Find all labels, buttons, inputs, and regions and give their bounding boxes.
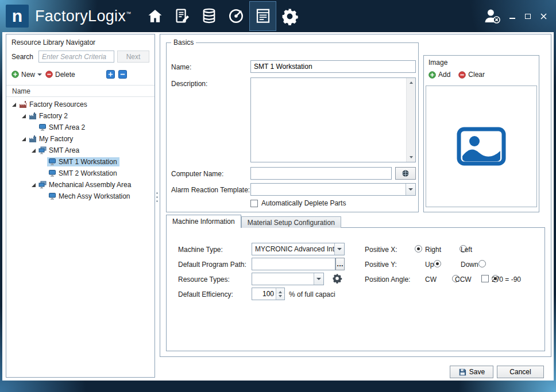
search-input[interactable] bbox=[38, 51, 114, 63]
machine-type-value: MYCRONIC Advanced Inte bbox=[255, 245, 338, 253]
image-clear-button[interactable]: Clear bbox=[458, 71, 485, 79]
positive-x-right-radio[interactable] bbox=[415, 245, 422, 253]
basics-group: Basics Name: Description: Computer Name: bbox=[166, 42, 419, 212]
image-add-label: Add bbox=[438, 71, 450, 79]
deplete-parts-checkbox[interactable]: Automatically Deplete Parts bbox=[250, 199, 346, 207]
dropdown-button[interactable] bbox=[406, 184, 415, 195]
spin-up-button[interactable] bbox=[276, 288, 284, 294]
delete-button[interactable]: Delete bbox=[45, 71, 75, 79]
tree-item-smt-2-workstation[interactable]: SMT 2 Workstation bbox=[6, 168, 154, 179]
delete-button-label: Delete bbox=[55, 71, 75, 79]
chevron-down-icon bbox=[408, 188, 413, 193]
new-button-label: New bbox=[21, 71, 35, 79]
home-icon[interactable] bbox=[141, 1, 168, 31]
angle-270-label: 270 = -90 bbox=[492, 275, 521, 284]
sidebar-title: Resource Library Navigator bbox=[11, 38, 95, 46]
cancel-button[interactable]: Cancel bbox=[497, 366, 544, 378]
splitter-handle[interactable] bbox=[156, 189, 159, 204]
resource-types-settings-button[interactable] bbox=[332, 273, 342, 285]
maximize-icon bbox=[525, 14, 531, 19]
scroll-up-icon[interactable] bbox=[410, 80, 413, 84]
efficiency-spinner bbox=[252, 288, 285, 300]
expander-icon[interactable] bbox=[20, 114, 28, 119]
tree-item-factory-resources[interactable]: Factory Resources bbox=[6, 99, 154, 110]
save-button[interactable]: Save bbox=[450, 366, 493, 378]
positive-y-up-radio[interactable] bbox=[434, 260, 441, 267]
image-preview[interactable] bbox=[426, 86, 537, 207]
settings-gear-icon[interactable] bbox=[276, 1, 303, 31]
efficiency-label: Default Efficiency: bbox=[178, 290, 233, 298]
clear-icon bbox=[458, 71, 466, 79]
tab-label: Material Setup Configuration bbox=[248, 219, 335, 227]
tree-item-label: SMT 2 Workstation bbox=[59, 169, 117, 177]
tree-item-mech-assy-workstation[interactable]: Mech Assy Workstation bbox=[6, 191, 154, 202]
window-controls bbox=[482, 7, 549, 25]
tab-material-setup-configuration[interactable]: Material Setup Configuration bbox=[241, 216, 341, 228]
tree-item-factory-2[interactable]: Factory 2 bbox=[6, 110, 154, 122]
new-button[interactable]: New bbox=[11, 71, 42, 79]
expander-icon[interactable] bbox=[10, 102, 18, 107]
computer-name-input[interactable] bbox=[250, 167, 392, 180]
titlebar: n FactoryLogix™ bbox=[0, 0, 556, 32]
description-input[interactable] bbox=[251, 78, 406, 162]
machine-type-select[interactable]: MYCRONIC Advanced Inte bbox=[252, 243, 345, 255]
disc-icon[interactable] bbox=[222, 1, 249, 31]
image-clear-label: Clear bbox=[468, 71, 485, 79]
main-nav bbox=[141, 0, 303, 32]
tree-item-smt-area[interactable]: SMT Area bbox=[6, 145, 154, 156]
brand-text: FactoryLogix bbox=[35, 7, 126, 25]
tree-item-label: SMT Area 2 bbox=[49, 123, 85, 131]
close-button[interactable] bbox=[538, 11, 549, 21]
name-input[interactable] bbox=[250, 60, 416, 73]
search-next-button[interactable]: Next bbox=[117, 51, 149, 63]
description-label: Description: bbox=[171, 80, 207, 88]
alarm-template-select[interactable] bbox=[250, 183, 416, 196]
expander-icon[interactable] bbox=[29, 183, 37, 188]
maximize-button[interactable] bbox=[522, 11, 534, 21]
close-icon bbox=[540, 13, 547, 20]
area-icon bbox=[38, 146, 47, 154]
factory-icon bbox=[19, 100, 27, 108]
positive-y-label: Positive Y: bbox=[365, 261, 397, 269]
tree-item-my-factory[interactable]: My Factory bbox=[6, 133, 154, 145]
angle-270-checkbox[interactable] bbox=[481, 275, 489, 282]
tree-item-label: Mech Assy Workstation bbox=[59, 192, 130, 200]
collapse-all-button[interactable] bbox=[118, 70, 127, 79]
machine-information-panel: Machine Type: MYCRONIC Advanced Inte Def… bbox=[166, 227, 545, 351]
minimize-button[interactable] bbox=[507, 11, 518, 21]
dropdown-button[interactable] bbox=[314, 273, 323, 285]
tab-machine-information[interactable]: Machine Information bbox=[166, 215, 241, 228]
expander-icon[interactable] bbox=[29, 148, 37, 153]
browse-computer-button[interactable] bbox=[395, 167, 416, 180]
efficiency-input[interactable] bbox=[252, 288, 276, 300]
tree-item-smt-1-workstation[interactable]: SMT 1 Workstation bbox=[6, 156, 154, 168]
dropdown-button[interactable] bbox=[334, 243, 344, 255]
reports-icon[interactable] bbox=[249, 1, 276, 31]
user-status-icon[interactable] bbox=[482, 7, 503, 25]
checkbox-icon[interactable] bbox=[250, 200, 258, 207]
positive-y-down-radio[interactable] bbox=[478, 260, 486, 267]
area-icon bbox=[38, 181, 47, 189]
work-instructions-icon[interactable] bbox=[168, 1, 195, 31]
tree-item-mechanical-assembly-area[interactable]: Mechanical Assembly Area bbox=[6, 179, 154, 191]
expander-icon[interactable] bbox=[20, 137, 28, 142]
positive-x-label: Positive X: bbox=[365, 246, 397, 254]
positive-y-down-label: Down bbox=[461, 261, 478, 269]
database-icon[interactable] bbox=[195, 1, 222, 31]
angle-cw-label: CW bbox=[425, 275, 437, 284]
search-label: Search bbox=[11, 53, 33, 61]
description-scrollbar[interactable] bbox=[406, 78, 415, 162]
spin-down-button[interactable] bbox=[276, 294, 284, 300]
tree-item-smt-area-2[interactable]: SMT Area 2 bbox=[6, 122, 154, 133]
resource-types-select[interactable] bbox=[252, 273, 324, 285]
image-add-button[interactable]: Add bbox=[428, 71, 450, 79]
content-area: Resource Library Navigator Search Next N… bbox=[2, 32, 554, 381]
browse-path-button[interactable]: … bbox=[335, 258, 345, 270]
program-path-input[interactable] bbox=[252, 258, 335, 270]
image-group: Image Add Clear bbox=[423, 55, 539, 212]
sidebar-toolbar: New Delete bbox=[11, 70, 127, 79]
expand-all-button[interactable] bbox=[106, 70, 115, 79]
workstation-icon bbox=[48, 158, 56, 166]
angle-ccw-label: CCW bbox=[455, 275, 472, 284]
scroll-down-icon[interactable] bbox=[410, 156, 413, 160]
